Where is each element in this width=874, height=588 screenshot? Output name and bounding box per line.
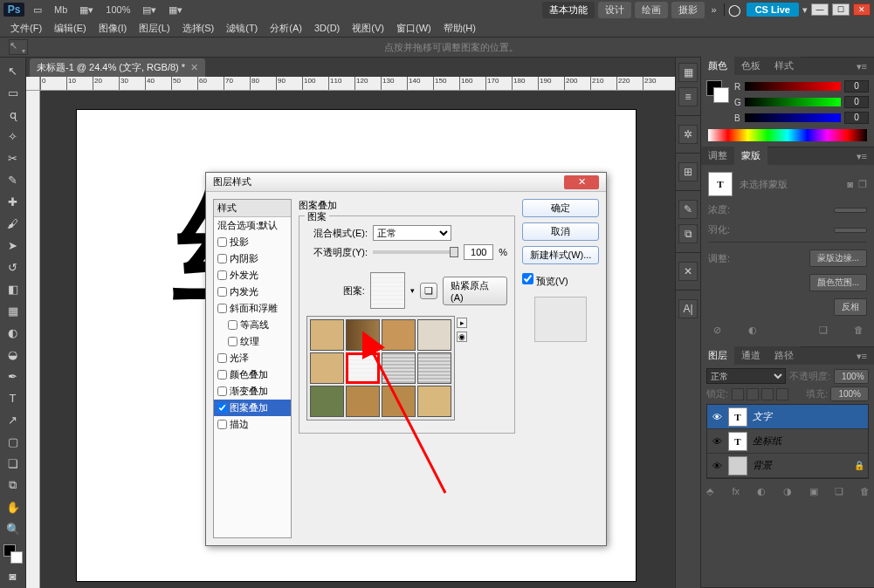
style-item[interactable]: 光泽 [214,350,291,366]
style-item[interactable]: 投影 [214,234,291,250]
text-tool-icon[interactable]: T [3,388,23,407]
layer-row[interactable]: 👁T文字 [707,405,868,429]
fx-icon[interactable]: fx [729,486,743,497]
pattern-swatch[interactable] [310,386,344,417]
pattern-swatch[interactable] [346,319,380,351]
panel-menu-icon[interactable]: ▾≡ [850,58,874,75]
titlebar-btn[interactable]: ▭ [30,3,45,17]
layer-row[interactable]: 👁T坐标纸 [707,429,868,454]
titlebar-btn[interactable]: ▤▾ [139,3,160,17]
style-item[interactable]: 斜面和浮雕 [214,300,291,317]
cslive-button[interactable]: CS Live [747,3,799,17]
stamp-tool-icon[interactable]: ➤ [3,236,23,255]
new-style-button[interactable]: 新建样式(W)... [522,246,599,264]
move-tool-icon[interactable]: ↖ [3,61,23,80]
workspace-tab[interactable]: 绘画 [635,2,668,18]
workspace-tab[interactable]: 基本功能 [542,2,595,18]
menu-item[interactable]: 选择(S) [177,20,220,37]
eraser-tool-icon[interactable]: ◧ [3,279,23,298]
blur-tool-icon[interactable]: ◐ [3,323,23,342]
style-item[interactable]: 纹理 [214,333,291,350]
panel-tab[interactable]: 路径 [767,346,801,365]
menu-item[interactable]: 3D(D) [309,21,345,35]
titlebar-zoom[interactable]: 100% [102,3,134,17]
heal-tool-icon[interactable]: ✚ [3,192,23,211]
lock-icon[interactable] [732,388,744,400]
panel-tab[interactable]: 调整 [701,147,734,165]
panel-tab[interactable]: 色板 [734,57,767,75]
ok-button[interactable]: 确定 [522,199,599,217]
brush-icon[interactable]: ✎ [678,200,698,219]
titlebar-btn[interactable]: ▦▾ [165,3,186,17]
menu-item[interactable]: 帮助(H) [438,20,481,37]
dialog-titlebar[interactable]: 图层样式 ✕ [206,173,606,192]
pattern-swatch[interactable] [417,386,451,417]
tools-icon[interactable]: ✕ [678,262,698,281]
group-icon[interactable]: ▣ [807,486,821,497]
panel-menu-icon[interactable]: ▾≡ [850,148,874,165]
visibility-icon[interactable]: 👁 [711,461,723,471]
mask-foot-icon[interactable]: 🗑 [851,325,865,336]
panel-tab[interactable]: 通道 [734,346,767,365]
wand-tool-icon[interactable]: ✧ [3,126,23,146]
menu-item[interactable]: 分析(A) [265,20,307,37]
invert-button[interactable]: 反相 [834,298,867,316]
win-close-icon[interactable]: ✕ [853,3,871,16]
history-icon[interactable]: ≡ [678,87,698,106]
mask-foot-icon[interactable]: ❏ [816,325,830,336]
panel-tab[interactable]: 样式 [767,57,801,75]
clone-icon[interactable]: ⧉ [678,224,698,243]
style-item[interactable]: 内发光 [214,284,291,300]
pattern-swatch[interactable] [310,352,344,384]
zoom-tool-icon[interactable]: 🔍 [3,519,23,538]
fg-bg-swatch[interactable] [3,544,23,564]
menu-item[interactable]: 文件(F) [5,20,47,37]
menu-item[interactable]: 编辑(E) [49,20,92,37]
eyedropper-tool-icon[interactable]: ✎ [3,170,23,189]
type-icon[interactable]: A| [678,299,698,318]
dodge-tool-icon[interactable]: ◒ [3,345,23,364]
link-icon[interactable]: ⬘ [703,486,717,497]
pattern-swatch-selected[interactable] [346,352,380,384]
trash-icon[interactable]: 🗑 [858,486,872,497]
lock-icon[interactable] [761,388,774,400]
lasso-tool-icon[interactable]: ɋ [3,105,23,124]
g-slider[interactable] [745,98,841,106]
close-tab-icon[interactable]: ✕ [190,62,198,73]
lock-icon[interactable] [747,388,759,400]
style-item[interactable]: 渐变叠加 [214,383,291,400]
marquee-tool-icon[interactable]: ▭ [3,83,23,102]
blend-defaults[interactable]: 混合选项:默认 [214,217,291,234]
lock-icon[interactable] [776,388,788,400]
visibility-icon[interactable]: 👁 [711,412,723,422]
menu-item[interactable]: 视图(V) [347,20,389,37]
quickmask-icon[interactable]: ◙ [3,566,23,585]
style-item[interactable]: 内阴影 [214,250,291,267]
picker-more-icon[interactable]: ◉ [457,332,467,342]
panel-tab[interactable]: 颜色 [701,57,734,75]
opacity-input[interactable] [464,244,493,260]
crop-tool-icon[interactable]: ✂ [3,148,23,168]
opacity-slider[interactable] [373,250,458,254]
workspace-tab[interactable]: 设计 [598,2,631,18]
3d-cam-icon[interactable]: ⧉ [3,475,23,495]
b-value[interactable]: 0 [844,112,869,124]
gradient-tool-icon[interactable]: ▦ [3,301,23,320]
new-icon[interactable]: ❏ [832,486,846,497]
titlebar-btn[interactable]: Mb [51,3,71,17]
panel-tab[interactable]: 图层 [701,346,734,365]
menu-item[interactable]: 窗口(W) [391,20,437,37]
pattern-swatch[interactable] [382,352,416,384]
menu-item[interactable]: 图像(I) [93,20,132,37]
mask-edge-button[interactable]: 蒙版边缘... [809,250,867,267]
mask-pixel-icon[interactable]: ◙ [847,179,853,190]
style-list-header[interactable]: 样式 [214,200,291,217]
panel-tab[interactable]: 蒙版 [734,147,767,165]
path-tool-icon[interactable]: ↗ [3,410,23,429]
workspace-tab[interactable]: 摄影 [671,2,705,18]
visibility-icon[interactable]: 👁 [711,436,723,447]
color-range-button[interactable]: 颜色范围... [809,274,867,291]
adj-icon[interactable]: ◑ [781,486,795,497]
style-item[interactable]: 描边 [214,416,291,433]
style-item[interactable]: 颜色叠加 [214,366,291,383]
